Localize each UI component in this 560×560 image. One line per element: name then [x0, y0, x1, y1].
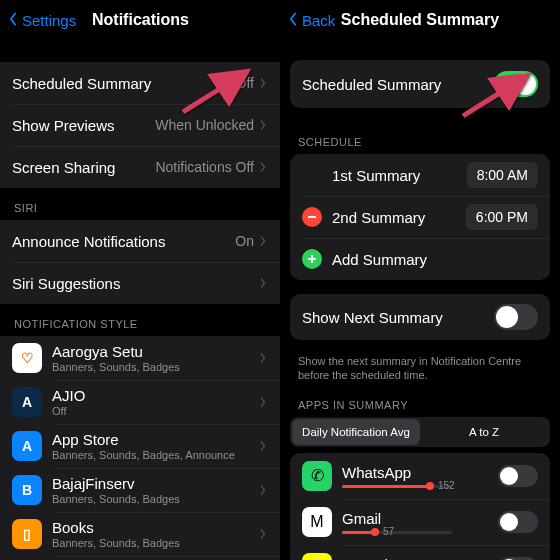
chevron-left-icon — [6, 12, 20, 29]
schedule-time[interactable]: 8:00 AM — [467, 162, 538, 188]
summary-app-row: ✆ WhatsApp 152 — [290, 453, 550, 499]
next-summary-help: Show the next summary in Notification Ce… — [280, 354, 560, 395]
schedule-label: Add Summary — [332, 251, 538, 268]
row-scheduled-summary-toggle: Scheduled Summary — [290, 60, 550, 108]
row-value: When Unlocked — [155, 117, 254, 133]
app-name: Books — [52, 519, 258, 536]
siri-header: SIRI — [0, 188, 280, 220]
app-icon: B — [12, 475, 42, 505]
app-meta: App Store Banners, Sounds, Badges, Annou… — [52, 431, 258, 461]
sort-segmented-control[interactable]: Daily Notification Avg A to Z — [290, 417, 550, 447]
general-group: Scheduled Summary Off Show Previews When… — [0, 62, 280, 188]
show-next-summary-toggle[interactable] — [494, 304, 538, 330]
svg-rect-2 — [308, 258, 316, 260]
summary-app-row: 👻 Snapchat 53 — [290, 545, 550, 560]
schedule-label: 2nd Summary — [332, 209, 466, 226]
app-subtitle: Banners, Sounds, Badges — [52, 537, 258, 549]
app-meta: Snapchat 53 — [342, 556, 498, 560]
summary-toggle-card: Scheduled Summary — [290, 60, 550, 108]
row-label: Show Next Summary — [302, 309, 494, 326]
chevron-right-icon — [258, 485, 268, 495]
app-row[interactable]: ▦ Calendar Banners, Sounds, Badges — [0, 556, 280, 560]
app-icon: A — [12, 387, 42, 417]
app-row[interactable]: B BajajFinserv Banners, Sounds, Badges — [0, 468, 280, 512]
app-name: App Store — [52, 431, 258, 448]
chevron-left-icon — [286, 12, 300, 29]
chevron-right-icon — [258, 441, 268, 451]
summary-app-row: M Gmail 57 — [290, 499, 550, 545]
row-label: Siri Suggestions — [12, 275, 258, 292]
app-icon: 👻 — [302, 553, 332, 560]
app-subtitle: Off — [52, 405, 258, 417]
app-name: AJIO — [52, 387, 258, 404]
schedule-label: 1st Summary — [332, 167, 467, 184]
row-scheduled-summary[interactable]: Scheduled Summary Off — [0, 62, 280, 104]
navbar: Settings Notifications — [0, 0, 280, 40]
app-icon: M — [302, 507, 332, 537]
app-name: Gmail — [342, 510, 498, 527]
app-meta: AJIO Off — [52, 387, 258, 417]
app-subtitle: Banners, Sounds, Badges — [52, 493, 258, 505]
app-icon: ▯ — [12, 519, 42, 549]
row-screen-sharing[interactable]: Screen Sharing Notifications Off — [0, 146, 280, 188]
add-icon[interactable] — [302, 249, 322, 269]
app-row[interactable]: ▯ Books Banners, Sounds, Badges — [0, 512, 280, 556]
row-label: Scheduled Summary — [12, 75, 236, 92]
include-toggle[interactable] — [498, 511, 538, 533]
style-header: NOTIFICATION STYLE — [0, 304, 280, 336]
row-value: Notifications Off — [155, 159, 254, 175]
app-meta: WhatsApp 152 — [342, 464, 498, 488]
schedule-row[interactable]: 1st Summary8:00 AM — [290, 154, 550, 196]
back-label: Back — [302, 12, 335, 29]
row-siri-suggestions[interactable]: Siri Suggestions — [0, 262, 280, 304]
app-row[interactable]: A AJIO Off — [0, 380, 280, 424]
row-label: Announce Notifications — [12, 233, 235, 250]
avg-bar: 57 — [342, 531, 452, 534]
app-name: BajajFinserv — [52, 475, 258, 492]
row-show-previews[interactable]: Show Previews When Unlocked — [0, 104, 280, 146]
row-announce-notifications[interactable]: Announce Notifications On — [0, 220, 280, 262]
app-meta: Aarogya Setu Banners, Sounds, Badges — [52, 343, 258, 373]
back-label: Settings — [22, 12, 76, 29]
avg-bar: 152 — [342, 485, 452, 488]
app-name: Aarogya Setu — [52, 343, 258, 360]
row-label: Screen Sharing — [12, 159, 155, 176]
back-button[interactable]: Back — [286, 12, 335, 29]
app-subtitle: Banners, Sounds, Badges — [52, 361, 258, 373]
scheduled-summary-toggle[interactable] — [494, 71, 538, 97]
app-row[interactable]: ♡ Aarogya Setu Banners, Sounds, Badges — [0, 336, 280, 380]
chevron-right-icon — [258, 162, 268, 172]
row-value: Off — [236, 75, 254, 91]
chevron-right-icon — [258, 236, 268, 246]
schedule-header: SCHEDULE — [280, 122, 560, 154]
seg-daily-avg[interactable]: Daily Notification Avg — [292, 419, 420, 445]
app-meta: Books Banners, Sounds, Badges — [52, 519, 258, 549]
schedule-time[interactable]: 6:00 PM — [466, 204, 538, 230]
row-value: On — [235, 233, 254, 249]
app-icon: A — [12, 431, 42, 461]
svg-rect-0 — [308, 216, 316, 218]
row-label: Scheduled Summary — [302, 76, 494, 93]
schedule-row[interactable]: Add Summary — [290, 238, 550, 280]
app-row[interactable]: A App Store Banners, Sounds, Badges, Ann… — [0, 424, 280, 468]
row-label: Show Previews — [12, 117, 155, 134]
schedule-card: 1st Summary8:00 AM2nd Summary6:00 PMAdd … — [290, 154, 550, 280]
row-show-next-summary: Show Next Summary — [290, 294, 550, 340]
next-summary-card: Show Next Summary — [290, 294, 550, 340]
remove-icon[interactable] — [302, 207, 322, 227]
seg-a-to-z[interactable]: A to Z — [420, 419, 548, 445]
chevron-right-icon — [258, 278, 268, 288]
app-icon: ✆ — [302, 461, 332, 491]
app-meta: BajajFinserv Banners, Sounds, Badges — [52, 475, 258, 505]
summary-apps-card: ✆ WhatsApp 152 M Gmail 57 👻 Snapchat 53 … — [290, 453, 550, 560]
siri-group: Announce Notifications On Siri Suggestio… — [0, 220, 280, 304]
apps-in-summary-header: APPS IN SUMMARY — [280, 395, 560, 417]
app-icon: ♡ — [12, 343, 42, 373]
back-button[interactable]: Settings — [6, 12, 76, 29]
chevron-right-icon — [258, 120, 268, 130]
chevron-right-icon — [258, 353, 268, 363]
schedule-row[interactable]: 2nd Summary6:00 PM — [290, 196, 550, 238]
app-list: ♡ Aarogya Setu Banners, Sounds, Badges A… — [0, 336, 280, 560]
include-toggle[interactable] — [498, 557, 538, 560]
include-toggle[interactable] — [498, 465, 538, 487]
